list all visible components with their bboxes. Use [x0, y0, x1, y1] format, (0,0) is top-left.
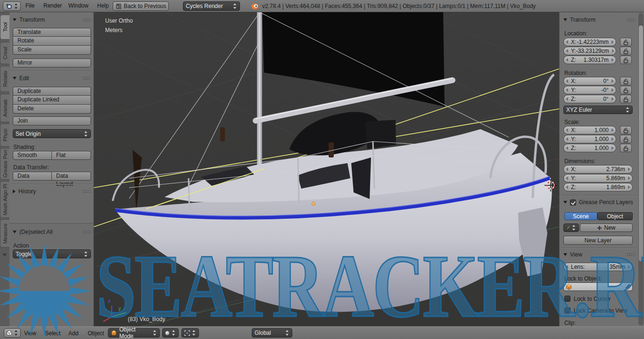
- menu-add[interactable]: Add: [68, 330, 78, 337]
- mode-select[interactable]: Object Mode: [108, 328, 160, 338]
- dimensions-z-field[interactable]: Z: 1.869m: [563, 183, 633, 191]
- decrement-arrow-icon[interactable]: [566, 58, 568, 62]
- increment-arrow-icon[interactable]: [611, 40, 614, 44]
- menu-object[interactable]: Object: [88, 330, 104, 337]
- location-z-field[interactable]: Z: 1.30317m: [563, 56, 616, 64]
- lock-to-object-field[interactable]: [563, 282, 633, 291]
- data-button[interactable]: Data: [13, 172, 52, 181]
- 3d-viewport[interactable]: z y User Ortho Meters (83) Vko_Body: [94, 12, 559, 326]
- back-to-previous-button[interactable]: Back to Previous: [113, 1, 169, 11]
- translate-button[interactable]: Translate: [13, 28, 91, 37]
- menu-view[interactable]: View: [24, 330, 36, 337]
- lock-camera-checkbox[interactable]: [564, 307, 570, 314]
- viewport-canvas[interactable]: z y: [94, 12, 559, 326]
- transform-panel-header[interactable]: Transform: [13, 16, 91, 24]
- scale-x-field[interactable]: X: 1.000: [563, 126, 616, 134]
- rotation-mode-select[interactable]: XYZ Euler: [563, 106, 633, 114]
- decrement-arrow-icon[interactable]: [566, 79, 568, 83]
- mirror-button[interactable]: Mirror: [13, 58, 91, 67]
- menu-select[interactable]: Select: [45, 330, 60, 337]
- menu-render[interactable]: Render: [43, 2, 62, 9]
- increment-arrow-icon[interactable]: [611, 88, 614, 92]
- rotation-x-lock-button[interactable]: [620, 77, 632, 85]
- data-layout-button[interactable]: Data Layout: [52, 172, 91, 181]
- increment-arrow-icon[interactable]: [611, 58, 614, 62]
- panel-grip-icon[interactable]: [627, 253, 635, 256]
- panel-grip-icon[interactable]: [83, 18, 91, 22]
- scale-y-field[interactable]: Y: 1.000: [563, 135, 616, 143]
- lens-field[interactable]: Lens: 35mm: [563, 263, 633, 271]
- shade-flat-button[interactable]: Flat: [52, 151, 91, 160]
- increment-arrow-icon[interactable]: [611, 97, 614, 101]
- shelf-tab-tool[interactable]: Tool: [0, 15, 9, 40]
- gp-source-scene-tab[interactable]: Scene: [564, 212, 597, 220]
- transform-orientation-select[interactable]: Global: [252, 328, 292, 338]
- grease-pencil-panel-header[interactable]: Grease Pencil Layers: [563, 198, 636, 206]
- decrement-arrow-icon[interactable]: [566, 88, 568, 92]
- gp-new-layer-button[interactable]: New Layer: [563, 236, 633, 245]
- decrement-arrow-icon[interactable]: [566, 49, 568, 53]
- panel-grip-icon[interactable]: [83, 190, 91, 193]
- menu-file[interactable]: File: [25, 2, 34, 9]
- rotation-x-field[interactable]: X: 0°: [563, 77, 616, 85]
- increment-arrow-icon[interactable]: [611, 146, 614, 150]
- action-select[interactable]: Toggle: [13, 249, 91, 258]
- increment-arrow-icon[interactable]: [628, 176, 630, 180]
- panel-grip-icon[interactable]: [83, 230, 91, 234]
- shelf-tab-relations[interactable]: Relatio: [0, 66, 9, 92]
- scale-button[interactable]: Scale: [13, 46, 91, 55]
- scale-z-lock-button[interactable]: [620, 144, 632, 152]
- increment-arrow-icon[interactable]: [611, 137, 614, 141]
- join-button[interactable]: Join: [13, 116, 91, 125]
- scale-y-lock-button[interactable]: [620, 135, 632, 143]
- menu-window[interactable]: Window: [68, 2, 89, 9]
- duplicate-linked-button[interactable]: Duplicate Linked: [13, 96, 91, 105]
- location-z-lock-button[interactable]: [620, 56, 632, 64]
- increment-arrow-icon[interactable]: [611, 79, 614, 83]
- shelf-tab-grease-pencil[interactable]: Grease Pen: [0, 148, 9, 180]
- rotation-y-lock-button[interactable]: [620, 86, 632, 94]
- delete-button[interactable]: Delete: [13, 105, 91, 114]
- dimensions-y-field[interactable]: Y: 5.869m: [563, 174, 633, 182]
- increment-arrow-icon[interactable]: [628, 185, 630, 189]
- editor-type-menu-button[interactable]: [3, 1, 21, 11]
- decrement-arrow-icon[interactable]: [566, 167, 568, 171]
- view-panel-header[interactable]: View: [563, 251, 635, 258]
- transform-panel-header[interactable]: Transform: [563, 16, 635, 24]
- scale-z-field[interactable]: Z: 1.000: [563, 144, 616, 152]
- shade-smooth-button[interactable]: Smooth: [13, 151, 52, 160]
- panel-grip-icon[interactable]: [83, 76, 91, 80]
- decrement-arrow-icon[interactable]: [566, 40, 568, 44]
- properties-scrollbar[interactable]: [638, 13, 644, 325]
- increment-arrow-icon[interactable]: [612, 49, 614, 53]
- editor-type-button[interactable]: [4, 328, 21, 338]
- scale-x-lock-button[interactable]: [620, 126, 632, 134]
- deselect-all-panel-header[interactable]: (De)select All: [13, 228, 91, 236]
- edit-panel-header[interactable]: Edit: [13, 74, 91, 82]
- viewport-shading-select[interactable]: [162, 328, 179, 338]
- decrement-arrow-icon[interactable]: [566, 128, 568, 132]
- decrement-arrow-icon[interactable]: [566, 176, 568, 180]
- decrement-arrow-icon[interactable]: [566, 185, 568, 189]
- grease-pencil-checkbox[interactable]: [570, 199, 576, 206]
- rotation-y-field[interactable]: Y: -0°: [563, 86, 616, 94]
- gp-new-button[interactable]: New: [580, 223, 633, 232]
- increment-arrow-icon[interactable]: [628, 265, 630, 269]
- panel-grip-icon[interactable]: [627, 18, 635, 22]
- shelf-tab-mesh-align[interactable]: Mesh Align Pl: [0, 181, 9, 218]
- scrollbar-thumb[interactable]: [639, 25, 643, 261]
- increment-arrow-icon[interactable]: [611, 128, 614, 132]
- menu-help[interactable]: Help: [97, 2, 109, 9]
- set-origin-select[interactable]: Set Origin: [13, 129, 91, 138]
- shelf-tab-create[interactable]: Creat: [0, 42, 9, 64]
- duplicate-button[interactable]: Duplicate: [13, 87, 91, 96]
- pivot-point-select[interactable]: [182, 328, 199, 338]
- gp-source-object-tab[interactable]: Object: [597, 212, 633, 220]
- decrement-arrow-icon[interactable]: [566, 146, 568, 150]
- shelf-tab-measure[interactable]: Measure: [0, 219, 9, 248]
- decrement-arrow-icon[interactable]: [566, 97, 568, 101]
- decrement-arrow-icon[interactable]: [566, 137, 568, 141]
- increment-arrow-icon[interactable]: [628, 167, 630, 171]
- rotation-z-field[interactable]: Z: 0°: [563, 95, 616, 103]
- decrement-arrow-icon[interactable]: [566, 265, 568, 269]
